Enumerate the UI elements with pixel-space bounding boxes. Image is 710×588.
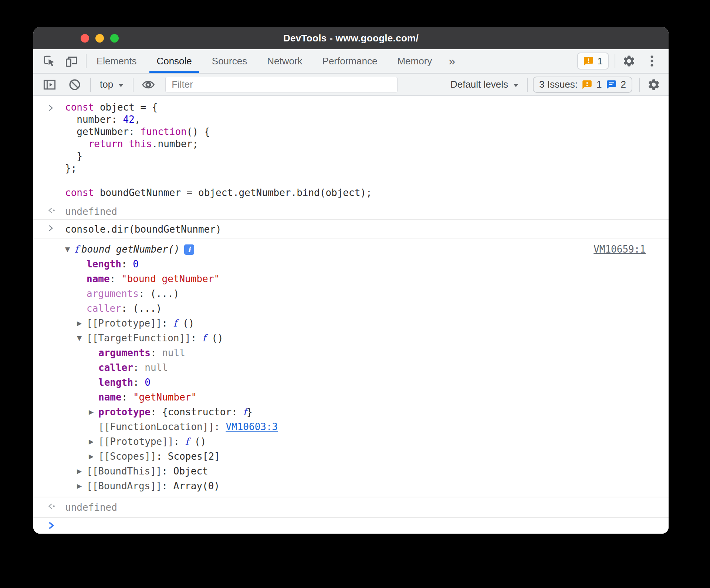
code-line: }; [65,162,372,175]
inspect-element-icon[interactable] [41,53,58,70]
issues-error-count: 1 [596,79,602,90]
close-button[interactable] [81,34,89,43]
tab-performance[interactable]: Performance [312,49,388,73]
console-sidebar-toggle-icon[interactable] [41,77,58,93]
chevron-down-icon [513,79,519,90]
tree-row: [[FunctionLocation]]: VM10603:3 [33,419,669,434]
token-propdim: caller [87,303,121,314]
token-plain: }; [65,163,77,174]
separator [639,78,640,92]
token-plain: } [247,406,253,418]
token-plain: boundGetNunmer = object.getNumber.bind(o… [94,187,372,198]
token-plain: : [151,347,162,358]
token-int: [[FunctionLocation]] [98,421,214,432]
expand-triangle-icon[interactable]: ▶ [77,320,87,327]
token-plain: , [135,114,141,125]
expand-triangle-icon[interactable]: ▶ [89,438,98,445]
console-prompt[interactable] [33,518,669,534]
tree-row-content: length: 0 [98,377,151,388]
command-chevron-icon [33,101,65,199]
result-value: undefined [65,502,117,513]
clear-console-icon[interactable] [67,77,83,93]
token-num: 0 [145,377,151,388]
expand-triangle-icon[interactable]: ▶ [77,482,87,490]
token-kw: const [65,187,94,198]
console-command-entry: console.dir(boundGetNunmer) [33,220,669,239]
source-location-link[interactable]: VM10603:3 [226,421,278,432]
token-kw: return [88,138,123,149]
token-plain: : [133,362,145,373]
token-plain: () { [187,126,210,137]
token-prop: name [87,273,110,284]
issues-counter[interactable]: 3 Issues: 1 2 [533,77,632,93]
tree-row-content: [[TargetFunction]]: f () [87,332,223,344]
tab-network[interactable]: Network [257,49,312,73]
tree-row-content: [[FunctionLocation]]: VM10603:3 [98,421,278,432]
code-line: number: 42, [65,114,372,126]
live-expression-eye-icon[interactable] [140,77,156,93]
tree-row-content: arguments: null [98,347,185,358]
result-value: undefined [65,206,117,217]
expand-triangle-icon[interactable]: ▶ [77,467,87,475]
separator [133,78,133,92]
tab-sources[interactable]: Sources [202,49,257,73]
token-str: "getNumber" [133,392,197,403]
expand-triangle-icon[interactable]: ▶ [89,453,98,460]
info-icon[interactable]: i [184,244,194,255]
context-selector[interactable]: top [98,79,126,90]
token-plain: : (...) [139,288,179,299]
message-source-link[interactable]: VM10659:1 [594,244,646,255]
device-toolbar-icon[interactable] [63,53,80,70]
error-badge[interactable]: 1 [577,53,609,70]
tab-memory[interactable]: Memory [387,49,442,73]
tree-row: name: "bound getNumber" [33,271,669,286]
token-plain: : [174,436,185,447]
tab-console[interactable]: Console [146,49,202,73]
token-plain: : (...) [121,303,162,314]
command-code: console.dir(boundGetNunmer) [65,223,222,236]
tree-row-content: name: "getNumber" [98,392,197,403]
token-plain [65,138,88,149]
tree-row: ▶[[Scopes]]: Scopes[2] [33,449,669,464]
window-title: DevTools - www.google.com/ [33,33,669,44]
expand-triangle-icon[interactable]: ▶ [89,408,98,416]
tab-strip: ElementsConsoleSourcesNetworkPerformance… [87,49,442,73]
tree-row-content: caller: (...) [87,303,162,314]
token-plain: : {constructor: [151,406,243,418]
token-plain: : Object [162,466,208,477]
token-plain: () [189,436,206,447]
code-line: return this.number; [65,138,372,150]
token-fn: bound getNumber() [81,244,180,255]
token-prop: caller [98,362,133,373]
token-f: f [173,318,177,329]
log-levels-dropdown[interactable]: Default levels [448,79,521,90]
devtools-window: DevTools - www.google.com/ ElementsConso… [33,27,669,534]
zoom-button[interactable] [110,34,119,43]
kebab-menu-icon[interactable] [643,53,660,70]
console-settings-gear-icon[interactable] [646,77,662,93]
token-int: [[Prototype]] [87,318,162,329]
collapse-triangle-icon[interactable]: ▼ [65,246,75,253]
token-str: "bound getNumber" [121,273,220,284]
minimize-button[interactable] [95,34,104,43]
token-plain: : [191,332,202,344]
token-int: [[Scopes]] [98,451,156,462]
token-num: 42 [123,114,135,125]
issues-message-count: 2 [621,79,626,90]
token-int: [[Prototype]] [98,436,174,447]
token-plain: getNumber: [65,126,141,137]
token-plain: () [206,332,223,344]
token-plain: : Array(0) [162,480,220,491]
tree-row-content: [[Prototype]]: f () [98,436,206,447]
token-plain: } [65,151,82,162]
settings-gear-icon[interactable] [621,53,638,70]
token-f: f [243,406,247,418]
token-gray: null [162,347,185,358]
tab-elements[interactable]: Elements [87,49,146,73]
more-tabs-icon[interactable]: » [442,49,462,73]
tree-row: ▶prototype: {constructor: f} [33,405,669,419]
filter-input[interactable] [165,77,398,92]
token-num: 0 [133,258,139,270]
collapse-triangle-icon[interactable]: ▼ [77,334,87,342]
tree-row-content: arguments: (...) [87,288,179,299]
